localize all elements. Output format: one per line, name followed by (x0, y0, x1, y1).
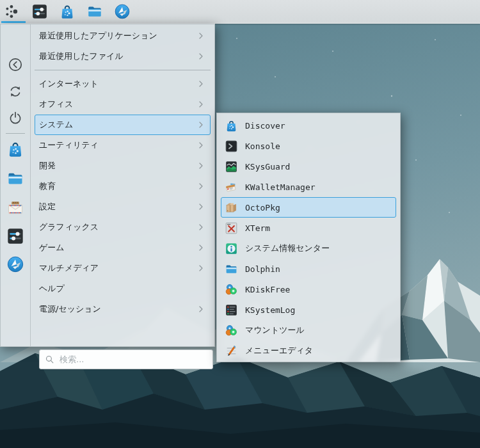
app-label: XTerm (245, 223, 270, 233)
menu-item-label: ユーティリティ (39, 140, 196, 151)
sidebar-divider (6, 133, 25, 134)
xterm-icon (225, 221, 238, 235)
chevron-right-icon (196, 222, 206, 232)
power-icon[interactable] (8, 110, 23, 125)
falkon-browser-icon[interactable] (114, 3, 131, 20)
chevron-right-icon (196, 140, 206, 150)
menu-item-games[interactable]: ゲーム (35, 237, 211, 258)
menu-item-label: ゲーム (39, 242, 196, 253)
menu-item-help[interactable]: ヘルプ (35, 278, 211, 299)
favorite-discover-icon[interactable] (6, 140, 24, 158)
menu-item-label: オフィス (39, 99, 196, 110)
favorite-kontact-mail-icon[interactable] (6, 199, 24, 217)
top-panel (0, 0, 480, 24)
menu-item-label: 教育 (39, 180, 196, 192)
menu-item-graphics[interactable]: グラフィックス (35, 217, 211, 237)
menu-item-label: 最近使用したファイル (39, 51, 196, 62)
menu-item-utilities[interactable]: ユーティリティ (35, 135, 211, 156)
menu-editor-icon (225, 344, 238, 358)
menu-item-label: グラフィックス (39, 221, 196, 233)
application-launcher-menu: 最近使用したアプリケーション 最近使用したファイル インターネット オフィス シ… (0, 24, 215, 347)
chevron-right-icon (196, 99, 206, 109)
back-icon[interactable] (8, 57, 23, 72)
submenu-item-discover[interactable]: Discover (221, 115, 396, 136)
launcher-menu-list: 最近使用したアプリケーション 最近使用したファイル インターネット オフィス シ… (31, 24, 214, 346)
search-field (39, 349, 213, 369)
app-label: OctoPkg (245, 203, 280, 212)
favorite-system-settings-icon[interactable] (6, 227, 24, 245)
chevron-right-icon (196, 304, 206, 314)
menu-item-recent-apps[interactable]: 最近使用したアプリケーション (35, 26, 211, 46)
menu-divider (35, 70, 211, 70)
chevron-right-icon (196, 79, 206, 89)
submenu-item-xterm[interactable]: XTerm (221, 218, 396, 238)
menu-item-label: 電源/セッション (39, 303, 196, 315)
konsole-icon (225, 140, 238, 153)
submenu-item-octopkg[interactable]: OctoPkg (221, 197, 396, 218)
submenu-item-kdiskfree[interactable]: KDiskFree (221, 279, 396, 300)
submenu-item-ksysguard[interactable]: KSysGuard (221, 156, 396, 177)
menu-item-education[interactable]: 教育 (35, 176, 211, 196)
dolphin-icon[interactable] (86, 3, 103, 20)
menu-item-settings[interactable]: 設定 (35, 196, 211, 217)
system-settings-icon[interactable] (31, 3, 48, 20)
chevron-right-icon (196, 181, 206, 191)
search-input[interactable] (39, 349, 213, 369)
menu-item-label: システム (39, 119, 196, 131)
kdiskfree-icon (225, 283, 238, 296)
submenu-item-ksystemlog[interactable]: KSystemLog (221, 300, 396, 320)
app-label: KSystemLog (245, 305, 295, 315)
menu-item-label: 開発 (39, 160, 196, 172)
menu-item-label: ヘルプ (39, 283, 206, 294)
dolphin-icon (225, 262, 238, 276)
favorite-dolphin-icon[interactable] (6, 170, 24, 188)
chevron-right-icon (196, 263, 206, 273)
ksysguard-icon (225, 160, 238, 173)
menu-item-office[interactable]: オフィス (35, 94, 211, 115)
menu-item-recent-files[interactable]: 最近使用したファイル (35, 46, 211, 67)
app-label: KDiskFree (245, 285, 290, 294)
favorite-falkon-browser-icon[interactable] (6, 255, 24, 273)
system-submenu: Discover Konsole KSysGuard KWalletManage… (216, 113, 401, 362)
submenu-item-menu-editor[interactable]: メニューエディタ (221, 340, 396, 361)
refresh-icon[interactable] (8, 84, 23, 99)
info-center-icon (225, 242, 238, 255)
submenu-item-mount-tool[interactable]: マウントツール (221, 320, 396, 340)
kwallet-icon (225, 180, 238, 194)
app-label: KWalletManager (245, 182, 316, 192)
app-label: メニューエディタ (245, 345, 313, 356)
app-label: Discover (245, 121, 285, 131)
discover-icon (225, 119, 238, 132)
menu-item-system[interactable]: システム (35, 115, 211, 135)
submenu-item-info-center[interactable]: システム情報センター (221, 238, 396, 259)
app-label: システム情報センター (245, 243, 330, 254)
menu-item-internet[interactable]: インターネット (35, 74, 211, 94)
chevron-right-icon (196, 243, 206, 253)
submenu-item-dolphin[interactable]: Dolphin (221, 259, 396, 279)
menu-item-power-session[interactable]: 電源/セッション (35, 299, 211, 319)
ksystemlog-icon (225, 303, 238, 317)
app-label: マウントツール (245, 324, 305, 336)
menu-item-label: 最近使用したアプリケーション (39, 30, 196, 42)
app-launcher-button[interactable] (4, 3, 20, 20)
chevron-right-icon (196, 51, 206, 61)
submenu-item-kwalletmanager[interactable]: KWalletManager (221, 177, 396, 197)
active-task-indicator (1, 21, 26, 23)
mount-tool-icon (225, 324, 238, 337)
submenu-item-konsole[interactable]: Konsole (221, 136, 396, 156)
chevron-right-icon (196, 161, 206, 171)
app-label: Dolphin (245, 264, 280, 274)
octopkg-icon (225, 201, 238, 214)
launcher-sidebar (1, 24, 31, 346)
chevron-right-icon (196, 202, 206, 212)
chevron-right-icon (196, 120, 206, 130)
app-label: KSysGuard (245, 162, 290, 172)
menu-item-development[interactable]: 開発 (35, 156, 211, 176)
menu-item-label: インターネット (39, 78, 196, 90)
menu-item-label: マルチメディア (39, 262, 196, 274)
discover-icon[interactable] (59, 3, 76, 20)
menu-item-label: 設定 (39, 201, 196, 212)
app-label: Konsole (245, 141, 280, 151)
chevron-right-icon (196, 31, 206, 41)
menu-item-multimedia[interactable]: マルチメディア (35, 258, 211, 278)
